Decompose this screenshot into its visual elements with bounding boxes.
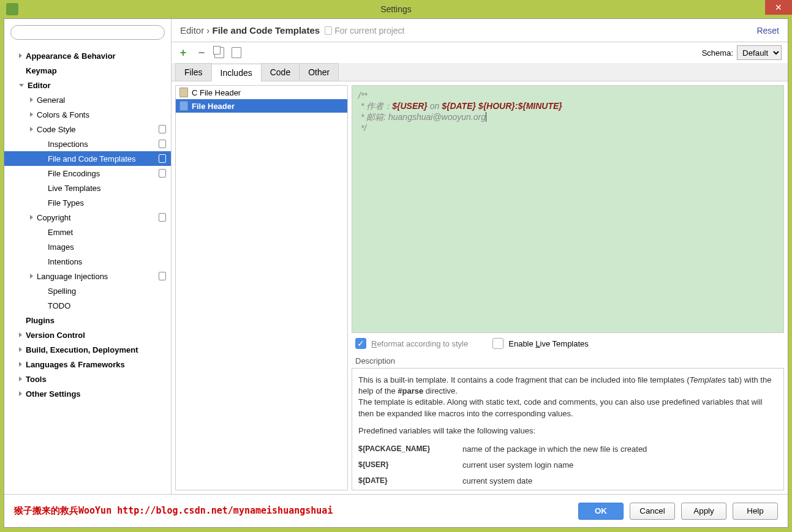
window-title: Settings xyxy=(380,4,412,14)
sidebar-item-languages-frameworks[interactable]: Languages & Frameworks xyxy=(4,357,171,372)
schema-select[interactable]: Default xyxy=(737,45,782,60)
list-item[interactable]: File Header xyxy=(176,99,347,113)
chevron-right-icon xyxy=(19,332,22,337)
sidebar-item-appearance-behavior[interactable]: Appearance & Behavior xyxy=(4,48,171,63)
project-scope-icon xyxy=(159,213,166,222)
breadcrumb: Editor › File and Code Templates xyxy=(180,25,320,36)
template-editor[interactable]: /** * 作者：${USER} on ${DATE} ${HOUR}:${MI… xyxy=(352,85,784,333)
sidebar-item-label: Build, Execution, Deployment xyxy=(26,345,138,354)
sidebar-item-label: Tools xyxy=(26,375,47,384)
sidebar-item-label: Language Injections xyxy=(37,272,108,281)
variable-name: ${DATE} xyxy=(358,476,462,487)
sidebar-item-editor[interactable]: Editor xyxy=(4,78,171,92)
main-panel: Editor › File and Code Templates For cur… xyxy=(172,19,788,494)
sidebar-item-spelling[interactable]: Spelling xyxy=(4,283,171,298)
sidebar-item-inspections[interactable]: Inspections xyxy=(4,137,171,151)
description-heading: Description xyxy=(352,354,784,368)
ok-button[interactable]: OK xyxy=(578,503,624,520)
breadcrumb-bar: Editor › File and Code Templates For cur… xyxy=(172,19,788,42)
sidebar-item-images[interactable]: Images xyxy=(4,239,171,254)
list-item[interactable]: C File Header xyxy=(176,86,347,99)
sidebar-item-build-execution-deployment[interactable]: Build, Execution, Deployment xyxy=(4,342,171,357)
cancel-button[interactable]: Cancel xyxy=(630,503,675,520)
sidebar-item-colors-fonts[interactable]: Colors & Fonts xyxy=(4,107,171,122)
sidebar-item-copyright[interactable]: Copyright xyxy=(4,210,171,225)
sidebar-item-code-style[interactable]: Code Style xyxy=(4,122,171,137)
sidebar-item-label: Emmet xyxy=(48,228,73,237)
chevron-right-icon xyxy=(30,97,33,102)
sidebar-item-file-and-code-templates[interactable]: File and Code Templates xyxy=(4,151,171,166)
help-button[interactable]: Help xyxy=(733,503,778,520)
chevron-right-icon xyxy=(30,127,33,132)
sidebar-item-tools[interactable]: Tools xyxy=(4,372,171,386)
sidebar-item-todo[interactable]: TODO xyxy=(4,298,171,313)
list-item-label: File Header xyxy=(192,102,235,111)
sidebar-item-general[interactable]: General xyxy=(4,92,171,107)
sidebar: Appearance & BehaviorKeymapEditorGeneral… xyxy=(4,19,172,494)
sidebar-item-version-control[interactable]: Version Control xyxy=(4,328,171,342)
sidebar-item-file-types[interactable]: File Types xyxy=(4,195,171,210)
remove-button[interactable]: − xyxy=(196,47,207,58)
sidebar-item-label: Languages & Frameworks xyxy=(26,360,125,369)
copy-button[interactable] xyxy=(214,47,224,58)
sidebar-item-label: Intentions xyxy=(48,257,82,266)
live-templates-label: Enable Live Templates xyxy=(508,339,589,348)
toolbar: + − Schema: Default xyxy=(172,42,788,63)
variable-desc: name of the package in which the new fil… xyxy=(462,444,777,455)
watermark: 猴子搬来的救兵WooYun http://blog.csdn.net/mynam… xyxy=(14,505,333,517)
sidebar-item-label: Copyright xyxy=(37,213,71,222)
sidebar-item-label: General xyxy=(37,96,65,105)
sidebar-item-label: File and Code Templates xyxy=(48,154,136,163)
footer: 猴子搬来的救兵WooYun http://blog.csdn.net/mynam… xyxy=(4,494,788,527)
sidebar-item-other-settings[interactable]: Other Settings xyxy=(4,386,171,401)
sidebar-item-keymap[interactable]: Keymap xyxy=(4,63,171,78)
live-templates-checkbox[interactable] xyxy=(492,338,503,349)
scope-label: For current project xyxy=(325,26,404,36)
apply-button[interactable]: Apply xyxy=(681,503,726,520)
tabs: FilesIncludesCodeOther xyxy=(172,63,788,81)
variable-row: ${PACKAGE_NAME}name of the package in wh… xyxy=(358,441,777,457)
sidebar-item-label: Keymap xyxy=(26,66,57,75)
sidebar-item-live-templates[interactable]: Live Templates xyxy=(4,181,171,195)
variable-row: ${USER}current user system login name xyxy=(358,457,777,473)
reset-link[interactable]: Reset xyxy=(756,26,779,36)
sidebar-item-language-injections[interactable]: Language Injections xyxy=(4,269,171,283)
sidebar-item-intentions[interactable]: Intentions xyxy=(4,254,171,269)
title-bar: Settings ✕ xyxy=(0,0,792,18)
sidebar-item-label: Editor xyxy=(28,81,51,90)
settings-tree: Appearance & BehaviorKeymapEditorGeneral… xyxy=(4,46,171,494)
chevron-right-icon xyxy=(19,391,22,396)
sidebar-item-label: Inspections xyxy=(48,140,88,149)
close-button[interactable]: ✕ xyxy=(765,0,792,15)
variable-row: ${DATE}current system date xyxy=(358,473,777,489)
sidebar-item-label: Colors & Fonts xyxy=(37,110,89,119)
sidebar-item-label: Appearance & Behavior xyxy=(26,51,116,61)
sidebar-item-plugins[interactable]: Plugins xyxy=(4,313,171,328)
schema-label: Schema: xyxy=(702,48,733,58)
sidebar-item-label: Plugins xyxy=(26,316,55,325)
sidebar-item-label: File Encodings xyxy=(48,169,100,178)
project-scope-icon xyxy=(159,272,166,280)
tab-other[interactable]: Other xyxy=(299,63,339,81)
project-scope-icon xyxy=(325,26,332,35)
tab-files[interactable]: Files xyxy=(175,63,212,81)
search-input[interactable] xyxy=(10,25,165,40)
sidebar-item-label: Live Templates xyxy=(48,184,100,193)
sidebar-item-label: Version Control xyxy=(26,331,85,340)
tab-includes[interactable]: Includes xyxy=(211,64,262,81)
file-icon xyxy=(179,101,188,111)
variable-row: ${TIME}current system time xyxy=(358,490,777,491)
tab-code[interactable]: Code xyxy=(261,63,300,81)
chevron-right-icon xyxy=(19,377,22,381)
template-button[interactable] xyxy=(232,47,241,58)
chevron-right-icon xyxy=(19,362,22,367)
add-button[interactable]: + xyxy=(178,47,189,58)
reformat-checkbox[interactable]: ✓ xyxy=(355,338,366,349)
sidebar-item-file-encodings[interactable]: File Encodings xyxy=(4,166,171,181)
file-icon xyxy=(179,88,188,97)
variable-name: ${USER} xyxy=(358,460,462,471)
list-item-label: C File Header xyxy=(192,88,241,97)
description-panel: This is a built-in template. It contains… xyxy=(352,368,784,490)
project-scope-icon xyxy=(159,140,166,148)
sidebar-item-emmet[interactable]: Emmet xyxy=(4,225,171,239)
